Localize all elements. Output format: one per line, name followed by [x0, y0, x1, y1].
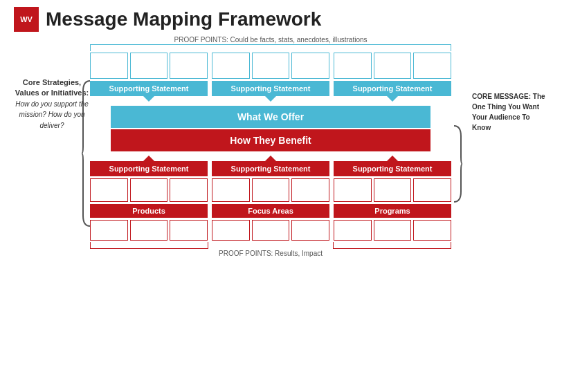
- proof-box-bottom: [252, 220, 290, 241]
- logo: WV: [14, 7, 39, 32]
- top-support-bar-3: Supporting Statement: [334, 81, 451, 96]
- category-bar-3: Programs: [334, 204, 451, 218]
- proof-box: [90, 53, 128, 79]
- proof-box-bottom: [291, 220, 329, 241]
- top-support-group-1: Supporting Statement: [90, 53, 208, 96]
- proof-box: [130, 53, 168, 79]
- proof-box-bottom: [334, 220, 372, 241]
- bottom-support-bar-2: Supporting Statement: [212, 161, 329, 176]
- top-support-bar-1: Supporting Statement: [90, 81, 208, 96]
- proof-box: [170, 53, 208, 79]
- center-content: PROOF POINTS: Could be facts, stats, ane…: [90, 36, 451, 257]
- proof-box: [291, 53, 329, 79]
- bottom-bracket-spacer: [212, 242, 329, 249]
- top-support-group-2: Supporting Statement: [212, 53, 329, 96]
- how-they-benefit-bar: How They Benefit: [111, 129, 430, 151]
- proof-points-top-label: PROOF POINTS: Could be facts, stats, ane…: [90, 36, 451, 44]
- arrow-down-icon: [143, 96, 154, 102]
- top-support-groups: Supporting Statement Supporting Statemen…: [90, 53, 451, 96]
- proof-box: [334, 53, 372, 79]
- proof-points-bottom-label: PROOF POINTS: Results, Impact: [90, 250, 451, 257]
- core-message-area: What We Offer How They Benefit: [111, 106, 430, 151]
- proof-box: [170, 178, 208, 202]
- core-strategies-sub: How do you support the mission? How do y…: [15, 100, 89, 129]
- bottom-support-group-3: Supporting Statement Programs: [334, 161, 451, 241]
- core-message-label: CORE MESSAGE: The One Thing You Want You…: [472, 93, 545, 131]
- bottom-support-bar-1: Supporting Statement: [90, 161, 208, 176]
- category-bar-1: Products: [90, 204, 208, 218]
- what-we-offer-bar: What We Offer: [111, 106, 430, 128]
- proof-box-bottom: [413, 220, 451, 241]
- page-title: Message Mapping Framework: [46, 8, 321, 30]
- proof-box-bottom: [170, 220, 208, 241]
- proof-box: [212, 178, 250, 202]
- proof-box: [334, 178, 372, 202]
- top-support-bar-2: Supporting Statement: [212, 81, 329, 96]
- logo-text: WV: [20, 15, 33, 24]
- header: WV Message Mapping Framework: [14, 7, 548, 32]
- proof-box-bottom: [90, 220, 128, 241]
- proof-box: [90, 178, 128, 202]
- arrow-up-icon: [387, 156, 398, 161]
- arrow-up-icon: [143, 156, 154, 161]
- bottom-support-groups: Supporting Statement Products: [90, 161, 451, 241]
- top-bracket: [90, 44, 451, 51]
- arrow-down-icon: [387, 96, 398, 102]
- bottom-bracket-3: [333, 242, 451, 249]
- bottom-support-group-1: Supporting Statement Products: [90, 161, 208, 241]
- top-support-group-3: Supporting Statement: [334, 53, 451, 96]
- proof-box: [130, 178, 168, 202]
- arrow-down-icon: [265, 96, 276, 102]
- right-brace-icon: [451, 122, 464, 205]
- bottom-brackets: [90, 242, 451, 249]
- core-strategies-label: Core Strategies, Values or Initiatives:: [15, 78, 89, 97]
- proof-box: [374, 53, 412, 79]
- category-bar-2: Focus Areas: [212, 204, 329, 218]
- right-sidebar-text: CORE MESSAGE: The One Thing You Want You…: [457, 91, 548, 133]
- left-brace-icon: [80, 77, 93, 230]
- bottom-support-group-2: Supporting Statement Focus Areas: [212, 161, 329, 241]
- proof-box-bottom: [374, 220, 412, 241]
- proof-box: [374, 178, 412, 202]
- proof-box: [291, 178, 329, 202]
- proof-box: [252, 178, 290, 202]
- right-sidebar: CORE MESSAGE: The One Thing You Want You…: [451, 36, 548, 257]
- proof-box: [413, 178, 451, 202]
- arrow-up-icon: [265, 156, 276, 161]
- proof-box: [212, 53, 250, 79]
- left-sidebar: Core Strategies, Values or Initiatives: …: [14, 36, 90, 257]
- proof-box: [413, 53, 451, 79]
- bottom-bracket-1: [90, 242, 208, 249]
- right-brace-container: [451, 77, 464, 250]
- proof-box-bottom: [212, 220, 250, 241]
- proof-box-bottom: [130, 220, 168, 241]
- proof-box: [252, 53, 290, 79]
- bottom-support-bar-3: Supporting Statement: [334, 161, 451, 176]
